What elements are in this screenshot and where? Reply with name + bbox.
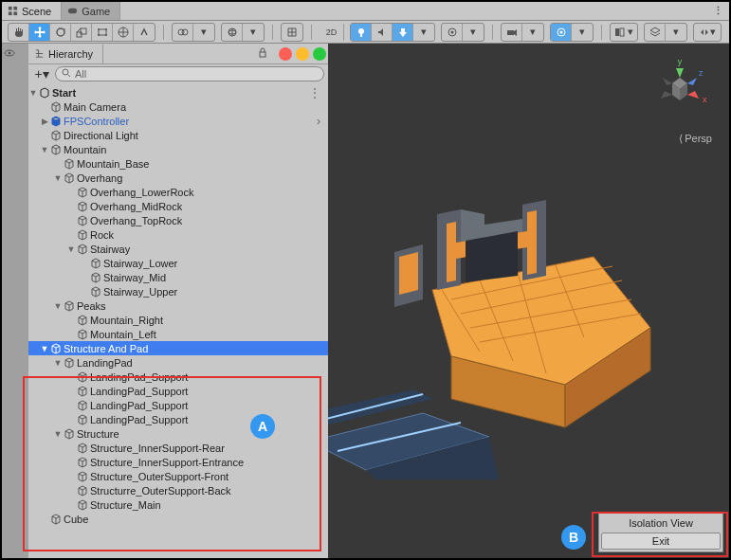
tree-item-landing[interactable]: ▼LandingPad [28,355,328,370]
tree-item-overhang[interactable]: ▼Overhang [28,171,328,185]
scene-tab-bar: Scene Game ⋮ [2,2,729,21]
tree-item-cube[interactable]: Cube [28,512,328,526]
tree-item-dirlight[interactable]: Directional Light [28,128,328,142]
custom-tool[interactable] [134,24,155,41]
tree-item[interactable]: LandingPad_Support [28,412,328,426]
gizmos-toggle[interactable] [551,24,572,41]
cube-icon [49,513,62,525]
traffic-yellow[interactable] [296,47,309,61]
tree-item[interactable]: Structurre_OuterSupport-Back [28,483,328,497]
tab-menu-icon[interactable]: ⋮ [713,5,723,17]
draw-mode-toggle[interactable]: ▾ [611,24,637,41]
rect-tool[interactable] [92,24,113,41]
rotate-tool[interactable] [50,24,71,41]
camera-dropdown[interactable]: ▾ [522,24,543,41]
isolation-view-panel: Isolation View Exit [598,513,723,552]
scene-icon [8,6,18,16]
svg-marker-62 [447,222,456,282]
tree-item[interactable]: Mountain_Right [28,313,328,327]
context-menu-icon[interactable]: ⋮ [309,86,324,99]
tree-item-main-camera[interactable]: Main Camera [28,99,328,114]
cube-icon [49,143,62,155]
exit-isolation-button[interactable]: Exit [601,533,721,550]
tree-item-fps[interactable]: ▶FPSController› [28,114,328,128]
tree-item[interactable]: Mountain_Left [28,327,328,341]
gizmos-dropdown[interactable]: ▾ [572,24,593,41]
cube-icon [76,243,88,255]
tab-scene[interactable]: Scene [2,2,62,20]
cube-icon [76,228,88,241]
multi-tool[interactable] [113,24,134,41]
search-placeholder: All [75,68,86,80]
lock-icon[interactable] [258,47,271,60]
tree-item-structure-pad[interactable]: ▼Structure And Pad [28,341,328,355]
tree-item-peaks[interactable]: ▼Peaks [28,298,328,313]
cube-icon [49,342,62,354]
svg-rect-1 [13,7,17,10]
scale-tool[interactable] [71,24,92,41]
cube-icon [63,299,75,312]
svg-point-9 [98,28,100,30]
persp-label[interactable]: ⟨Persp [679,133,712,145]
create-button[interactable]: +▾ [32,66,51,81]
tree-item[interactable]: Stairway_Mid [28,270,328,284]
scene-geometry [328,167,729,479]
svg-rect-8 [99,29,106,35]
orientation-gizmo[interactable]: y x z [646,55,714,123]
tab-scene-label: Scene [22,6,51,17]
traffic-red[interactable] [279,47,292,61]
tree-item[interactable]: Structure_InnerSupport-Entrance [28,455,328,469]
svg-rect-25 [615,28,619,36]
cube-icon [76,470,88,482]
cube-icon [49,100,62,113]
tree-item[interactable]: Stairway_Lower [28,256,328,270]
eye-icon[interactable] [3,45,16,60]
hidden-dropdown[interactable]: ▾ [463,24,484,41]
search-input[interactable]: All [55,66,324,81]
tree-item-mountain[interactable]: ▼Mountain [28,142,328,156]
tree-item-structure[interactable]: ▼Structure [28,426,328,441]
fx-toggle[interactable] [393,24,413,41]
tree-item[interactable]: Overhang_TopRock [28,213,328,227]
lighting-toggle[interactable] [351,24,372,41]
fx-dropdown[interactable]: ▾ [413,24,434,41]
tree-item[interactable]: Overhang_LowerRock [28,185,328,199]
tree-item[interactable]: Overhang_MidRock [28,199,328,213]
tree-item[interactable]: Structure_OuterSupport-Front [28,469,328,483]
tree-item[interactable]: Rock [28,227,328,242]
hidden-objects-toggle[interactable] [442,24,463,41]
tree-item-stairway[interactable]: ▼Stairway [28,242,328,256]
layers-dropdown[interactable]: ▾ [666,24,686,41]
tree-item[interactable]: Structure_Main [28,497,328,512]
tree-item[interactable]: Mountain_Base [28,156,328,171]
svg-marker-36 [687,91,699,99]
search-icon [62,68,71,80]
tree-item[interactable]: LandingPad_Support [28,384,328,398]
hierarchy-tab[interactable]: Hierarchy [28,45,103,63]
camera-toggle[interactable] [502,24,522,41]
tree-item[interactable]: LandingPad_Support [28,398,328,412]
extra-toggle[interactable]: ▾ [694,24,721,41]
cube-icon [76,314,88,326]
cube-icon [76,399,88,411]
scene-viewport[interactable]: y x z ⟨Persp [328,44,729,558]
tab-game[interactable]: Game [62,2,120,20]
move-tool[interactable] [29,24,50,41]
traffic-green[interactable] [313,47,326,61]
tree-item[interactable]: LandingPad_Support [28,370,328,384]
2d-toggle[interactable]: 2D [320,24,344,41]
audio-toggle[interactable] [372,24,393,41]
svg-marker-38 [687,78,697,85]
svg-point-5 [57,28,64,36]
pivot-toggle[interactable]: ▾ [172,23,215,42]
chevron-right-icon[interactable]: › [317,115,324,128]
scene-root[interactable]: ▼Start⋮ [28,85,328,99]
handle-toggle[interactable]: ▾ [221,23,265,42]
layers-toggle[interactable] [645,24,666,41]
tree-item[interactable]: Stairway_Upper [28,284,328,298]
grid-snap-toggle[interactable] [282,24,302,41]
svg-marker-34 [676,68,684,78]
svg-rect-22 [507,30,514,35]
tree-item[interactable]: Structure_InnerSupport-Rear [28,441,328,455]
hand-tool[interactable] [9,24,29,41]
